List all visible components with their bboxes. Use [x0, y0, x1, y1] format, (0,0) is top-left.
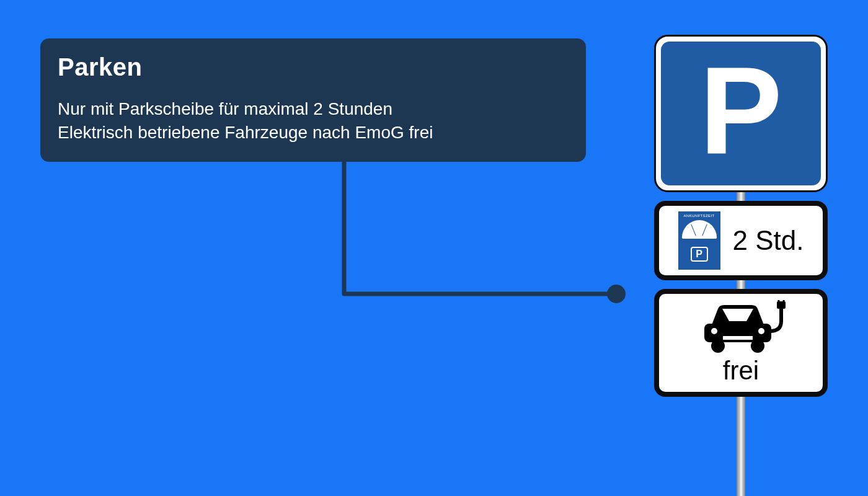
svg-rect-7 [777, 301, 786, 309]
svg-point-3 [758, 328, 764, 334]
svg-point-2 [711, 328, 717, 334]
disc-mini-p: P [691, 247, 708, 262]
info-line-2: Elektrisch betriebene Fahrzeuge nach Emo… [58, 121, 569, 144]
info-callout: Parken Nur mit Parkscheibe für maximal 2… [40, 38, 586, 162]
disc-top-label: ANKUNFTSZEIT [683, 214, 714, 218]
parking-sign: P [654, 35, 828, 192]
sign-assembly: P ANKUNFTSZEIT P 2 Std. [651, 35, 831, 496]
info-title: Parken [58, 53, 569, 81]
svg-point-5 [711, 339, 725, 353]
pole-segment [737, 280, 745, 289]
pole-segment [737, 192, 745, 201]
disc-dial-icon [682, 220, 717, 239]
svg-point-6 [751, 339, 764, 353]
parking-disc-sign: ANKUNFTSZEIT P 2 Std. [654, 201, 828, 280]
parking-letter: P [699, 49, 782, 173]
svg-rect-4 [723, 336, 753, 340]
ev-free-label: frei [723, 356, 759, 386]
disc-duration-text: 2 Std. [733, 225, 804, 256]
ev-car-plug-icon [688, 300, 794, 357]
pole-segment [737, 397, 745, 496]
parking-sign-inner: P [661, 42, 821, 185]
ev-free-sign: frei [654, 289, 828, 397]
parking-disc-icon: ANKUNFTSZEIT P [678, 211, 720, 270]
info-line-1: Nur mit Parkscheibe für maximal 2 Stunde… [58, 97, 569, 121]
svg-point-0 [607, 285, 626, 303]
